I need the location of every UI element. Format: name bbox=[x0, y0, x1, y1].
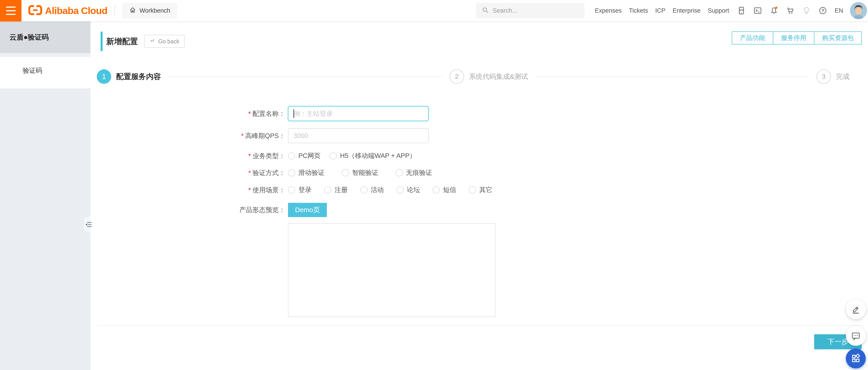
alibaba-cloud-logo[interactable]: Alibaba Cloud bbox=[28, 5, 107, 16]
sidebar-menu: 验证码 bbox=[0, 57, 90, 88]
radio-circle[interactable] bbox=[433, 187, 440, 194]
config-name-input[interactable] bbox=[288, 106, 429, 121]
radio-pc-web[interactable]: PC网页 bbox=[288, 152, 320, 160]
help-icon[interactable]: ? bbox=[818, 6, 827, 15]
notifications-bell-icon[interactable] bbox=[770, 6, 778, 15]
step-connector bbox=[169, 76, 441, 77]
sidebar-item-captcha[interactable]: 验证码 bbox=[0, 63, 90, 78]
business-type-label: 业务类型： bbox=[248, 152, 285, 160]
radio-invisible-verify[interactable]: 无痕验证 bbox=[396, 168, 432, 177]
radio-register[interactable]: 注册 bbox=[324, 186, 348, 195]
step-3-circle: 3 bbox=[816, 69, 831, 84]
brand-name: Alibaba Cloud bbox=[45, 5, 107, 16]
header-icons: APP bbox=[737, 6, 827, 15]
step-3: 3 完成 bbox=[816, 69, 849, 84]
use-scene-options: 登录 注册 活动 论坛 短信 其它 bbox=[288, 186, 492, 195]
page-action-buttons: 产品功能 服务停用 购买资源包 bbox=[732, 31, 862, 44]
footer-divider bbox=[97, 325, 865, 326]
nav-icp[interactable]: ICP bbox=[655, 7, 665, 14]
mobile-app-icon[interactable]: APP bbox=[737, 6, 746, 15]
svg-text:?: ? bbox=[822, 8, 825, 13]
config-name-label: 配置名称： bbox=[248, 110, 285, 117]
radio-h5[interactable]: H5（移动端WAP + APP） bbox=[330, 152, 416, 160]
radio-circle[interactable] bbox=[288, 169, 295, 176]
radio-circle[interactable] bbox=[330, 152, 337, 160]
language-selector[interactable]: EN bbox=[835, 7, 843, 14]
workbench-label: Workbench bbox=[140, 7, 170, 14]
back-arrow-icon bbox=[150, 38, 156, 45]
step-2-circle: 2 bbox=[450, 69, 464, 84]
nav-expenses[interactable]: Expenses bbox=[595, 7, 622, 14]
radio-circle[interactable] bbox=[288, 187, 295, 194]
demo-preview-panel bbox=[288, 223, 495, 317]
lightbulb-icon[interactable] bbox=[802, 6, 811, 15]
demo-page-button[interactable]: Demo页 bbox=[288, 203, 327, 217]
main-content: 新增配置 Go back 产品功能 服务停用 购买资源包 1 配置服务内容 2 … bbox=[90, 22, 868, 370]
step-1-label: 配置服务内容 bbox=[116, 72, 161, 82]
nav-support[interactable]: Support bbox=[708, 7, 729, 14]
workbench-button[interactable]: Workbench bbox=[122, 3, 177, 19]
user-avatar[interactable] bbox=[850, 2, 867, 19]
search-placeholder: Search... bbox=[493, 7, 517, 14]
sidebar-gap bbox=[0, 53, 90, 57]
nav-enterprise[interactable]: Enterprise bbox=[673, 7, 701, 14]
radio-circle[interactable] bbox=[396, 169, 403, 176]
header-nav: Expenses Tickets ICP Enterprise Support bbox=[595, 7, 729, 14]
feedback-chat-button[interactable] bbox=[846, 326, 866, 346]
console-icon[interactable] bbox=[753, 6, 762, 15]
step-indicator: 1 配置服务内容 2 系统代码集成&测试 3 完成 bbox=[97, 69, 849, 84]
radio-circle[interactable] bbox=[397, 187, 404, 194]
title-accent-bar bbox=[101, 32, 103, 51]
nav-tickets[interactable]: Tickets bbox=[629, 7, 648, 14]
text-cursor bbox=[293, 109, 294, 118]
buy-resource-pack-button[interactable]: 购买资源包 bbox=[814, 31, 862, 44]
home-icon bbox=[129, 6, 136, 15]
step-1-circle: 1 bbox=[97, 69, 111, 84]
radio-circle[interactable] bbox=[469, 187, 476, 194]
radio-forum[interactable]: 论坛 bbox=[397, 186, 420, 195]
top-header: Alibaba Cloud Workbench Search... Expens… bbox=[0, 0, 868, 22]
radio-slide-verify[interactable]: 滑动验证 bbox=[288, 168, 324, 177]
preview-label: 产品形态预览： bbox=[239, 206, 285, 213]
peak-qps-input[interactable] bbox=[288, 128, 429, 143]
cart-icon[interactable] bbox=[786, 6, 795, 15]
service-disable-button[interactable]: 服务停用 bbox=[773, 31, 814, 44]
sidebar-collapse-icon[interactable] bbox=[85, 221, 92, 228]
go-back-label: Go back bbox=[158, 38, 179, 45]
search-input[interactable]: Search... bbox=[476, 3, 585, 18]
app-launcher-button[interactable] bbox=[846, 348, 866, 368]
chat-icon bbox=[851, 331, 861, 341]
verify-mode-label: 验证方式： bbox=[248, 169, 285, 176]
verify-mode-options: 滑动验证 智能验证 无痕验证 bbox=[288, 168, 432, 177]
radio-circle[interactable] bbox=[342, 169, 349, 176]
step-1: 1 配置服务内容 bbox=[97, 69, 161, 84]
step-connector bbox=[536, 76, 808, 77]
sidebar: 云盾●验证码 验证码 bbox=[0, 22, 90, 370]
product-features-button[interactable]: 产品功能 bbox=[732, 31, 773, 44]
step-2-label: 系统代码集成&测试 bbox=[469, 72, 528, 81]
page-title: 新增配置 bbox=[106, 36, 138, 47]
search-icon bbox=[482, 7, 489, 14]
peak-qps-label: 高峰期QPS： bbox=[241, 132, 285, 139]
survey-pencil-button[interactable] bbox=[846, 299, 866, 319]
radio-circle[interactable] bbox=[324, 187, 331, 194]
radio-sms[interactable]: 短信 bbox=[433, 186, 456, 195]
radio-smart-verify[interactable]: 智能验证 bbox=[342, 168, 378, 177]
radio-circle[interactable] bbox=[288, 152, 295, 160]
svg-text:APP: APP bbox=[739, 9, 744, 11]
radio-activity[interactable]: 活动 bbox=[360, 186, 384, 195]
step-2: 2 系统代码集成&测试 bbox=[450, 69, 528, 84]
step-3-label: 完成 bbox=[836, 72, 849, 81]
use-scene-label: 使用场景： bbox=[248, 187, 285, 194]
radio-other[interactable]: 其它 bbox=[469, 186, 492, 195]
header-divider bbox=[115, 6, 115, 15]
radio-login[interactable]: 登录 bbox=[288, 186, 311, 195]
apps-grid-icon bbox=[850, 353, 861, 364]
sidebar-product-title: 云盾●验证码 bbox=[0, 22, 90, 53]
pencil-icon bbox=[851, 304, 861, 314]
radio-circle[interactable] bbox=[360, 187, 368, 194]
go-back-button[interactable]: Go back bbox=[144, 35, 185, 48]
hamburger-menu-icon[interactable] bbox=[0, 0, 22, 22]
business-type-options: PC网页 H5（移动端WAP + APP） bbox=[288, 152, 416, 160]
alibaba-cloud-logo-icon bbox=[28, 5, 42, 16]
